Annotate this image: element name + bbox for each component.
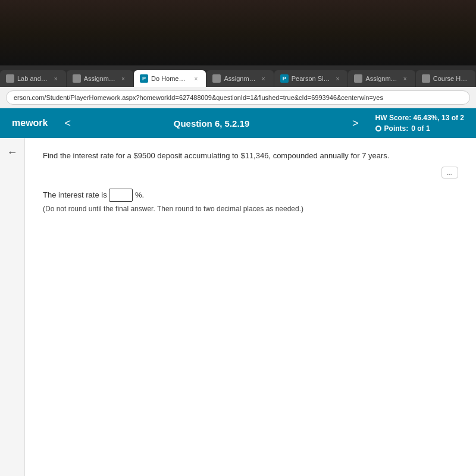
app-name: mework [12, 118, 48, 129]
tab-favicon-lab [6, 74, 14, 83]
points-value: 0 of 1 [411, 123, 430, 134]
tab-close-assignments-3[interactable]: × [401, 74, 409, 83]
tab-lab-and-m[interactable]: Lab and M... × [0, 70, 66, 87]
points-label: Points: [384, 123, 409, 134]
answer-suffix: %. [135, 190, 144, 199]
tab-pearson-sign[interactable]: P Pearson Sign... × [274, 70, 348, 87]
left-sidebar: ← [0, 138, 25, 476]
tab-label-assignments-2: Assignments [224, 75, 256, 82]
tab-label-pearson-sign: Pearson Sign... [292, 75, 331, 82]
tab-favicon-assignments-1 [73, 74, 81, 83]
back-button[interactable]: ← [5, 144, 20, 161]
tab-close-assignments-1[interactable]: × [119, 74, 127, 83]
tab-do-homework[interactable]: P Do Homewor... × [134, 70, 206, 87]
browser-window: Lab and M... × Assignments × P Do Homewo… [0, 65, 476, 476]
tab-close-lab[interactable]: × [52, 74, 60, 83]
answer-area: The interest rate is %. (Do not round un… [43, 188, 458, 216]
url-text: erson.com/Student/PlayerHomework.aspx?ho… [14, 94, 383, 101]
answer-prefix: The interest rate is [43, 190, 107, 199]
tab-label-assignments-1: Assignments [84, 75, 117, 82]
interest-rate-input[interactable] [109, 189, 133, 202]
tab-favicon-assignments-2 [212, 74, 221, 83]
desktop-background [0, 0, 476, 65]
hint-text: (Do not round until the final answer. Th… [43, 205, 303, 213]
hw-score-text: HW Score: 46.43%, 13 of 2 [375, 112, 464, 123]
tab-favicon-assignments-3 [354, 74, 362, 83]
points-circle-icon [375, 126, 381, 131]
tab-bar: Lab and M... × Assignments × P Do Homewo… [0, 65, 476, 87]
tab-close-assignments-2[interactable]: × [259, 74, 268, 83]
tab-assignments-2[interactable]: Assignments × [206, 70, 273, 87]
hw-score-label: HW Score: [375, 114, 412, 122]
ellipsis-button[interactable]: ... [441, 167, 458, 178]
tab-label-homework: Do Homewor... [151, 75, 189, 82]
content-area: mework < Question 6, 5.2.19 > HW Score: … [0, 108, 476, 476]
hw-score-value: 46.43%, 13 of 2 [414, 114, 464, 122]
address-bar: erson.com/Student/PlayerHomework.aspx?ho… [0, 87, 476, 108]
tab-course-home[interactable]: Course Home [416, 70, 475, 87]
prev-question-button[interactable]: < [60, 115, 76, 132]
tab-label-assignments-3: Assignments [365, 75, 398, 82]
main-layout: ← Find the interest rate for a $9500 dep… [0, 138, 476, 476]
tab-close-homework[interactable]: × [192, 74, 200, 83]
tab-label-course-home: Course Home [433, 75, 469, 82]
hw-score-panel: HW Score: 46.43%, 13 of 2 Points: 0 of 1 [375, 112, 464, 134]
tab-favicon-homework: P [140, 74, 148, 83]
points-line: Points: 0 of 1 [375, 123, 464, 134]
ellipsis-area: ... [43, 167, 458, 178]
question-text: Find the interest rate for a $9500 depos… [43, 150, 458, 162]
tab-assignments-1[interactable]: Assignments × [67, 70, 133, 87]
tab-favicon-course-home [422, 74, 430, 83]
pearson-header: mework < Question 6, 5.2.19 > HW Score: … [0, 108, 476, 138]
tab-assignments-3[interactable]: Assignments × [348, 70, 415, 87]
question-label: Question 6, 5.2.19 [76, 118, 347, 129]
tab-close-pearson-sign[interactable]: × [333, 74, 342, 83]
tab-favicon-pearson-sign: P [280, 74, 289, 83]
next-question-button[interactable]: > [347, 115, 364, 132]
main-content: Find the interest rate for a $9500 depos… [25, 138, 476, 476]
tab-label-lab: Lab and M... [17, 75, 49, 82]
url-box[interactable]: erson.com/Student/PlayerHomework.aspx?ho… [6, 90, 470, 105]
